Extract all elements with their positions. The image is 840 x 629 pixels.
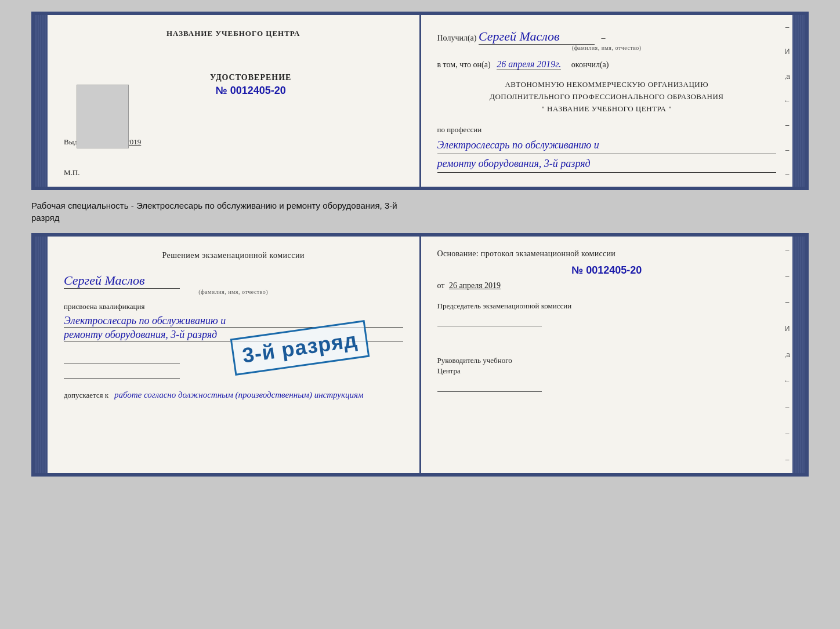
org-line2: ДОПОЛНИТЕЛЬНОГО ПРОФЕССИОНАЛЬНОГО ОБРАЗО… [437, 91, 777, 103]
commission-title: Решением экзаменационной комиссии [64, 249, 403, 261]
line2-prefix: в том, что он(а) [437, 60, 491, 69]
sign-line-2 [64, 366, 180, 379]
profession-label: по профессии [437, 125, 777, 134]
recipient-name: Сергей Маслов [479, 29, 595, 45]
basis-date: от 26 апреля 2019 [437, 281, 777, 290]
completed-word: окончил(а) [571, 60, 609, 69]
caption-block: Рабочая специальность - Электрослесарь п… [31, 199, 809, 224]
card2-right-panel: Основание: протокол экзаменационной коми… [421, 237, 793, 473]
completion-date: 26 апреля 2019г. [497, 59, 561, 70]
allowed-prefix: допускается к [64, 391, 108, 399]
commission-head-block: Председатель экзаменационной комиссии [437, 301, 777, 326]
commission-head-label: Председатель экзаменационной комиссии [437, 301, 777, 311]
profession-line1: Электрослесарь по обслуживанию и [437, 137, 777, 154]
caption-line2: разряд [31, 213, 59, 223]
cert-right-panel: Получил(а) Сергей Маслов – (фамилия, имя… [421, 15, 793, 187]
org-line1: АВТОНОМНУЮ НЕКОММЕРЧЕСКУЮ ОРГАНИЗАЦИЮ [437, 79, 777, 91]
allowed-label: допускается к работе согласно должностны… [64, 390, 403, 400]
study-sign-line [437, 379, 542, 392]
basis-date-value: 26 апреля 2019 [449, 281, 501, 290]
received-prefix: Получил(а) [437, 34, 477, 42]
basis-date-prefix: от [437, 281, 445, 290]
profession-line2: ремонту оборудования, 3-й разряд [437, 155, 777, 173]
caption-line1: Рабочая специальность - Электрослесарь п… [31, 201, 397, 210]
study-head-line1: Руководитель учебного [437, 355, 777, 366]
org-line3: " НАЗВАНИЕ УЧЕБНОГО ЦЕНТРА " [437, 103, 777, 115]
cert-number: № 0012405-20 [99, 85, 403, 97]
date-line: в том, что он(а) 26 апреля 2019г. окончи… [437, 59, 777, 70]
name2-block: Сергей Маслов (фамилия, имя, отчество) [64, 267, 403, 295]
cert-title: УДОСТОВЕРЕНИЕ [99, 73, 403, 82]
side-dashes-right: – И ,а ← – – – [782, 15, 792, 187]
school-name-left: НАЗВАНИЕ УЧЕБНОГО ЦЕНТРА [64, 29, 403, 38]
photo-placeholder [77, 85, 129, 148]
basis-number: № 0012405-20 [437, 264, 777, 277]
spine-left-2 [35, 237, 48, 473]
study-head-block: Руководитель учебного Центра [437, 355, 777, 391]
received-line: Получил(а) Сергей Маслов – (фамилия, имя… [437, 29, 777, 51]
name2-subtitle: (фамилия, имя, отчество) [64, 289, 403, 295]
assigned-label: присвоена квалификация [64, 302, 403, 311]
org-block: АВТОНОМНУЮ НЕКОММЕРЧЕСКУЮ ОРГАНИЗАЦИЮ ДО… [437, 79, 777, 115]
certificate-card-1: НАЗВАНИЕ УЧЕБНОГО ЦЕНТРА УДОСТОВЕРЕНИЕ №… [31, 12, 809, 190]
sign-line-1 [64, 351, 180, 363]
name-subtitle-1: (фамилия, имя, отчество) [437, 45, 777, 51]
commission-sign-line [437, 314, 542, 326]
spine-right-1 [792, 15, 805, 187]
spine-left-1 [35, 15, 48, 187]
allowed-text: работе согласно должностным (производств… [114, 390, 364, 399]
spine-right-2 [792, 237, 805, 473]
side-dashes-right-2: – – – И ,а ← – – – [782, 237, 792, 473]
mp-label: М.П. [64, 168, 79, 177]
dash1: – [601, 34, 605, 42]
name2-handwritten: Сергей Маслов [64, 273, 180, 289]
basis-label: Основание: протокол экзаменационной коми… [437, 249, 777, 259]
certificate-card-2: Решением экзаменационной комиссии Сергей… [31, 233, 809, 477]
cert-left-panel: НАЗВАНИЕ УЧЕБНОГО ЦЕНТРА УДОСТОВЕРЕНИЕ №… [48, 15, 421, 187]
study-head-line2: Центра [437, 366, 777, 376]
